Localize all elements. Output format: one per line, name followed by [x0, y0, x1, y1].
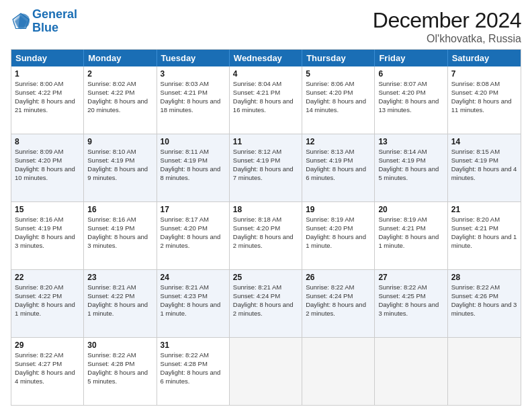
day-24: 24 Sunrise: 8:21 AMSunset: 4:23 PMDaylig…: [157, 270, 230, 337]
day-26: 26 Sunrise: 8:22 AMSunset: 4:24 PMDaylig…: [302, 270, 375, 337]
day-29: 29 Sunrise: 8:22 AMSunset: 4:27 PMDaylig…: [11, 338, 84, 405]
cal-row-4: 22 Sunrise: 8:20 AMSunset: 4:22 PMDaylig…: [11, 269, 521, 337]
day-num-24: 24: [161, 272, 226, 283]
day-1: 1 Sunrise: 8:00 AMSunset: 4:22 PMDayligh…: [11, 66, 84, 134]
day-num-12: 12: [306, 136, 371, 147]
day-num-28: 28: [451, 272, 517, 283]
day-8: 8 Sunrise: 8:09 AMSunset: 4:20 PMDayligh…: [11, 134, 84, 201]
day-num-14: 14: [451, 136, 517, 147]
day-27: 27 Sunrise: 8:22 AMSunset: 4:25 PMDaylig…: [375, 270, 447, 337]
logo-name: General Blue: [32, 8, 77, 35]
day-9: 9 Sunrise: 8:10 AMSunset: 4:19 PMDayligh…: [84, 134, 157, 201]
day-num-26: 26: [306, 272, 371, 283]
logo-icon: [11, 11, 31, 32]
day-5: 5 Sunrise: 8:06 AMSunset: 4:20 PMDayligh…: [302, 66, 375, 134]
page: General Blue December 2024 Ol'khovatka, …: [0, 0, 532, 411]
day-30: 30 Sunrise: 8:22 AMSunset: 4:28 PMDaylig…: [84, 338, 157, 405]
day-num-18: 18: [233, 204, 298, 215]
day-num-1: 1: [15, 68, 80, 79]
cal-row-3: 15 Sunrise: 8:16 AMSunset: 4:19 PMDaylig…: [11, 201, 521, 269]
day-num-23: 23: [87, 272, 152, 283]
day-num-19: 19: [306, 204, 371, 215]
day-6: 6 Sunrise: 8:07 AMSunset: 4:20 PMDayligh…: [375, 66, 447, 134]
header-thursday: Thursday: [302, 50, 375, 66]
day-4: 4 Sunrise: 8:04 AMSunset: 4:21 PMDayligh…: [230, 66, 302, 134]
day-num-11: 11: [233, 136, 298, 147]
day-7: 7 Sunrise: 8:08 AMSunset: 4:20 PMDayligh…: [448, 66, 521, 134]
header: General Blue December 2024 Ol'khovatka, …: [11, 8, 521, 45]
day-num-29: 29: [15, 340, 80, 351]
day-num-9: 9: [87, 136, 152, 147]
calendar-header: Sunday Monday Tuesday Wednesday Thursday…: [11, 50, 521, 66]
empty-cell-3: [375, 338, 447, 405]
cal-row-1: 1 Sunrise: 8:00 AMSunset: 4:22 PMDayligh…: [11, 66, 521, 134]
day-num-4: 4: [233, 68, 298, 79]
day-num-3: 3: [161, 68, 226, 79]
day-13: 13 Sunrise: 8:14 AMSunset: 4:19 PMDaylig…: [375, 134, 447, 201]
empty-cell-2: [302, 338, 375, 405]
day-23: 23 Sunrise: 8:21 AMSunset: 4:22 PMDaylig…: [84, 270, 157, 337]
day-num-8: 8: [15, 136, 80, 147]
logo-blue: Blue: [32, 21, 58, 34]
empty-cell-1: [230, 338, 302, 405]
calendar: Sunday Monday Tuesday Wednesday Thursday…: [11, 49, 521, 406]
day-21: 21 Sunrise: 8:20 AMSunset: 4:21 PMDaylig…: [448, 202, 521, 269]
header-saturday: Saturday: [448, 50, 521, 66]
day-3: 3 Sunrise: 8:03 AMSunset: 4:21 PMDayligh…: [157, 66, 230, 134]
day-15: 15 Sunrise: 8:16 AMSunset: 4:19 PMDaylig…: [11, 202, 84, 269]
cal-row-5: 29 Sunrise: 8:22 AMSunset: 4:27 PMDaylig…: [11, 337, 521, 405]
day-num-7: 7: [451, 68, 517, 79]
day-num-25: 25: [233, 272, 298, 283]
day-20: 20 Sunrise: 8:19 AMSunset: 4:21 PMDaylig…: [375, 202, 447, 269]
day-num-21: 21: [451, 204, 517, 215]
header-sunday: Sunday: [11, 50, 84, 66]
logo-text-block: General Blue: [32, 8, 77, 35]
day-18: 18 Sunrise: 8:18 AMSunset: 4:20 PMDaylig…: [230, 202, 302, 269]
page-subtitle: Ol'khovatka, Russia: [373, 33, 521, 45]
day-14: 14 Sunrise: 8:15 AMSunset: 4:19 PMDaylig…: [448, 134, 521, 201]
day-num-10: 10: [161, 136, 226, 147]
title-block: December 2024 Ol'khovatka, Russia: [373, 8, 521, 45]
day-11: 11 Sunrise: 8:12 AMSunset: 4:19 PMDaylig…: [230, 134, 302, 201]
day-28: 28 Sunrise: 8:22 AMSunset: 4:26 PMDaylig…: [448, 270, 521, 337]
cal-row-2: 8 Sunrise: 8:09 AMSunset: 4:20 PMDayligh…: [11, 134, 521, 201]
day-num-30: 30: [87, 340, 152, 351]
logo-general: General: [32, 7, 77, 21]
day-12: 12 Sunrise: 8:13 AMSunset: 4:19 PMDaylig…: [302, 134, 375, 201]
day-num-6: 6: [378, 68, 443, 79]
day-num-31: 31: [161, 340, 226, 351]
header-friday: Friday: [375, 50, 447, 66]
day-num-27: 27: [378, 272, 443, 283]
day-num-5: 5: [306, 68, 371, 79]
day-num-15: 15: [15, 204, 80, 215]
day-22: 22 Sunrise: 8:20 AMSunset: 4:22 PMDaylig…: [11, 270, 84, 337]
header-tuesday: Tuesday: [157, 50, 230, 66]
calendar-body: 1 Sunrise: 8:00 AMSunset: 4:22 PMDayligh…: [11, 66, 521, 405]
day-num-16: 16: [87, 204, 152, 215]
day-17: 17 Sunrise: 8:17 AMSunset: 4:20 PMDaylig…: [157, 202, 230, 269]
day-19: 19 Sunrise: 8:19 AMSunset: 4:20 PMDaylig…: [302, 202, 375, 269]
day-num-20: 20: [378, 204, 443, 215]
day-16: 16 Sunrise: 8:16 AMSunset: 4:19 PMDaylig…: [84, 202, 157, 269]
day-2: 2 Sunrise: 8:02 AMSunset: 4:22 PMDayligh…: [84, 66, 157, 134]
day-10: 10 Sunrise: 8:11 AMSunset: 4:19 PMDaylig…: [157, 134, 230, 201]
header-wednesday: Wednesday: [230, 50, 302, 66]
day-31: 31 Sunrise: 8:22 AMSunset: 4:28 PMDaylig…: [157, 338, 230, 405]
logo: General Blue: [11, 8, 77, 35]
empty-cell-4: [448, 338, 521, 405]
day-num-13: 13: [378, 136, 443, 147]
day-num-17: 17: [161, 204, 226, 215]
day-25: 25 Sunrise: 8:21 AMSunset: 4:24 PMDaylig…: [230, 270, 302, 337]
page-title: December 2024: [373, 8, 521, 33]
header-monday: Monday: [84, 50, 157, 66]
day-num-22: 22: [15, 272, 80, 283]
day-num-2: 2: [87, 68, 152, 79]
